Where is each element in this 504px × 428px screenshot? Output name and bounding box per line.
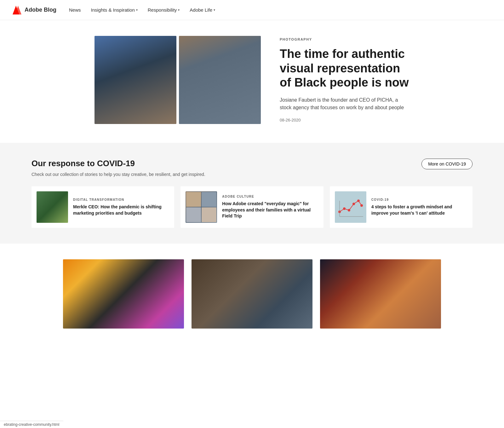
bottom-card-1[interactable] bbox=[63, 259, 184, 329]
hero-date: 08-26-2020 bbox=[280, 118, 410, 122]
chart-icon bbox=[336, 194, 365, 220]
nav-item-insights[interactable]: Insights & Inspiration ▾ bbox=[91, 7, 138, 13]
hero-title: The time for authentic visual representa… bbox=[280, 47, 410, 90]
hero-image-1 bbox=[94, 36, 176, 124]
chevron-down-icon: ▾ bbox=[214, 8, 215, 12]
bottom-cards bbox=[63, 259, 441, 329]
hero-section: PHOTOGRAPHY The time for authentic visua… bbox=[0, 20, 504, 143]
hero-images bbox=[94, 36, 261, 124]
bottom-card-image-2 bbox=[192, 259, 312, 329]
hero-category: PHOTOGRAPHY bbox=[280, 37, 410, 41]
card-category-1: DIGITAL TRANSFORMATION bbox=[73, 198, 169, 201]
bottom-card-2[interactable] bbox=[192, 259, 312, 329]
covid-card-content-3: COVID-19 4 steps to foster a growth mind… bbox=[371, 198, 467, 216]
adobe-blog-logo[interactable]: Adobe Blog bbox=[13, 6, 56, 14]
nav-link-news[interactable]: News bbox=[69, 7, 81, 13]
nav-blog-title: Adobe Blog bbox=[25, 7, 56, 13]
chevron-down-icon: ▾ bbox=[178, 8, 180, 12]
adobe-logo-icon bbox=[13, 6, 21, 14]
nav-links: News Insights & Inspiration ▾ Responsibi… bbox=[69, 7, 215, 13]
nav-link-adobe-life[interactable]: Adobe Life bbox=[190, 7, 212, 13]
sub-image bbox=[186, 207, 201, 222]
covid-card-image-1 bbox=[37, 191, 68, 223]
covid-card-image-2 bbox=[186, 191, 217, 223]
bottom-section bbox=[32, 244, 472, 344]
covid-card-2[interactable]: ADOBE CULTURE How Adobe created "everyda… bbox=[180, 186, 323, 228]
covid-card-content-2: ADOBE CULTURE How Adobe created "everyda… bbox=[222, 195, 318, 219]
covid-section-title: Our response to COVID-19 bbox=[32, 159, 135, 168]
card-title-3: 4 steps to foster a growth mindset and i… bbox=[371, 204, 467, 216]
bottom-card-image-1 bbox=[63, 259, 184, 329]
nav-link-insights[interactable]: Insights & Inspiration bbox=[91, 7, 135, 13]
card-category-3: COVID-19 bbox=[371, 198, 467, 201]
covid-card-3[interactable]: COVID-19 4 steps to foster a growth mind… bbox=[330, 186, 472, 228]
bottom-card-image-3 bbox=[320, 259, 441, 329]
covid-subtitle: Check out our collection of stories to h… bbox=[32, 172, 472, 177]
more-covid-button[interactable]: More on COVID-19 bbox=[421, 159, 472, 169]
covid-section: Our response to COVID-19 More on COVID-1… bbox=[0, 143, 504, 244]
covid-cards: DIGITAL TRANSFORMATION Merkle CEO: How t… bbox=[32, 186, 472, 228]
covid-card-content-1: DIGITAL TRANSFORMATION Merkle CEO: How t… bbox=[73, 198, 169, 216]
chevron-down-icon: ▾ bbox=[136, 8, 138, 12]
sub-image bbox=[202, 192, 216, 207]
bottom-card-3[interactable] bbox=[320, 259, 441, 329]
hero-image-2 bbox=[179, 36, 261, 124]
nav-item-adobe-life[interactable]: Adobe Life ▾ bbox=[190, 7, 215, 13]
sub-image bbox=[202, 207, 216, 222]
covid-card-1[interactable]: DIGITAL TRANSFORMATION Merkle CEO: How t… bbox=[32, 186, 174, 228]
hero-description: Josiane Faubert is the founder and CEO o… bbox=[280, 96, 410, 111]
nav-item-news[interactable]: News bbox=[69, 7, 81, 13]
nav-item-responsibility[interactable]: Responsibility ▾ bbox=[148, 7, 180, 13]
card-category-2: ADOBE CULTURE bbox=[222, 195, 318, 198]
main-nav: Adobe Blog News Insights & Inspiration ▾… bbox=[0, 0, 504, 20]
covid-card-image-3 bbox=[335, 191, 366, 223]
card-title-2: How Adobe created "everyday magic" for e… bbox=[222, 201, 318, 219]
nav-link-responsibility[interactable]: Responsibility bbox=[148, 7, 177, 13]
hero-content: PHOTOGRAPHY The time for authentic visua… bbox=[280, 37, 410, 122]
covid-header: Our response to COVID-19 More on COVID-1… bbox=[32, 159, 472, 169]
sub-image bbox=[186, 192, 201, 207]
card-title-1: Merkle CEO: How the pandemic is shifting… bbox=[73, 204, 169, 216]
